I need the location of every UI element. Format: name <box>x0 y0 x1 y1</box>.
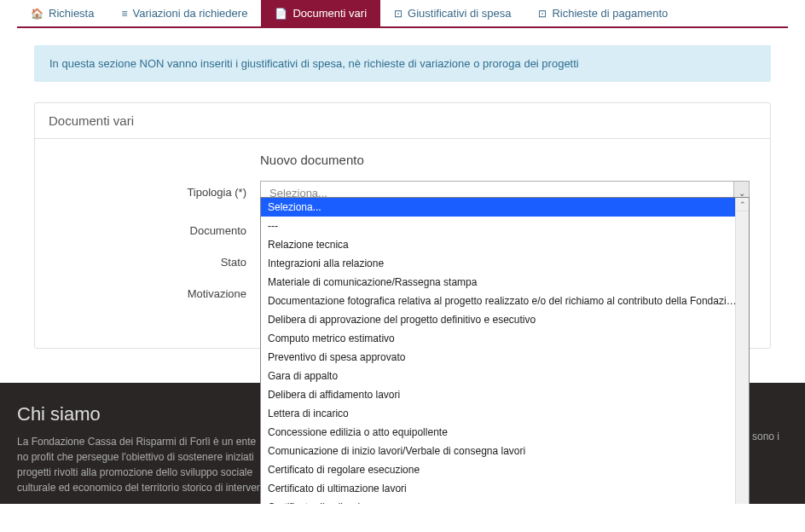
dropdown-option[interactable]: Computo metrico estimativo <box>261 329 749 348</box>
document-icon: 📄 <box>275 8 287 20</box>
list-icon: ≡ <box>121 8 127 20</box>
tab-label: Richiesta <box>49 7 94 20</box>
dropdown-option[interactable]: --- <box>261 217 749 235</box>
dropdown-option[interactable]: Certificato di ultimazione lavori <box>261 479 749 498</box>
documento-label: Documento <box>55 219 260 237</box>
tab-variazioni[interactable]: ≡ Variazioni da richiedere <box>107 0 261 26</box>
panel-title: Documenti vari <box>35 103 770 139</box>
dropdown-option[interactable]: Documentazione fotografica relativa al p… <box>261 292 749 310</box>
dropdown-option[interactable]: Concessione edilizia o atto equipollente <box>261 423 749 442</box>
tipologia-dropdown: Seleziona...---Relazione tecnicaIntegraz… <box>260 197 750 504</box>
tab-label: Variazioni da richiedere <box>132 7 247 20</box>
dropdown-option[interactable]: Relazione tecnica <box>261 235 749 254</box>
dropdown-option[interactable]: Materiale di comunicazione/Rassegna stam… <box>261 273 749 292</box>
dropdown-option[interactable]: Seleziona... <box>261 198 749 217</box>
info-alert: In questa sezione NON vanno inseriti i g… <box>34 45 771 82</box>
tab-documenti-vari[interactable]: 📄 Documenti vari <box>261 0 380 26</box>
dropdown-option[interactable]: Certificato di collaudo <box>261 498 749 504</box>
section-title: Nuovo documento <box>260 153 750 167</box>
stato-label: Stato <box>55 251 260 269</box>
payment-icon: ⊡ <box>538 8 547 20</box>
tab-richieste-pagamento[interactable]: ⊡ Richieste di pagamento <box>524 0 681 26</box>
dropdown-option[interactable]: Lettera di incarico <box>261 404 749 423</box>
tab-bar: 🏠 Richiesta ≡ Variazioni da richiedere 📄… <box>17 0 788 28</box>
receipt-icon: ⊡ <box>394 8 402 20</box>
tab-label: Richieste di pagamento <box>552 7 668 20</box>
scroll-up-icon[interactable]: ⌃ <box>736 198 749 211</box>
dropdown-option[interactable]: Preventivo di spesa approvato <box>261 348 749 367</box>
home-icon: 🏠 <box>31 8 43 20</box>
tab-label: Giustificativi di spesa <box>408 7 511 20</box>
dropdown-option[interactable]: Delibera di affidamento lavori <box>261 385 749 404</box>
dropdown-option[interactable]: Integrazioni alla relazione <box>261 254 749 273</box>
tab-richiesta[interactable]: 🏠 Richiesta <box>17 0 107 26</box>
dropdown-option[interactable]: Certificato di regolare esecuzione <box>261 460 749 479</box>
motivazione-label: Motivazione <box>55 282 260 300</box>
scrollbar[interactable]: ⌃ ⌄ <box>735 198 749 504</box>
dropdown-option[interactable]: Gara di appalto <box>261 367 749 385</box>
dropdown-option[interactable]: Comunicazione di inizio lavori/Verbale d… <box>261 442 749 460</box>
tab-label: Documenti vari <box>292 7 367 20</box>
tipologia-label: Tipologia (*) <box>55 181 260 199</box>
dropdown-option[interactable]: Delibera di approvazione del progetto de… <box>261 310 749 329</box>
tab-giustificativi[interactable]: ⊡ Giustificativi di spesa <box>380 0 524 26</box>
documenti-panel: Documenti vari Nuovo documento Tipologia… <box>34 102 771 349</box>
